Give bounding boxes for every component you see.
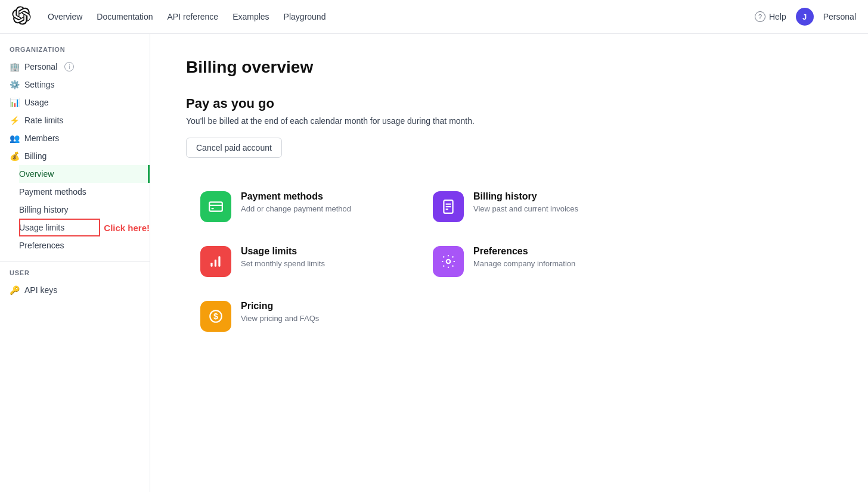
sidebar-item-payment-methods[interactable]: Payment methods [19, 183, 150, 201]
card-usage-limits[interactable]: Usage limits Set monthly spend limits [186, 234, 418, 289]
sidebar-item-billing-history[interactable]: Billing history [19, 201, 150, 219]
sidebar-item-label: Members [24, 133, 59, 143]
billing-sub-menu: Overview Payment methods Billing history… [0, 165, 150, 254]
avatar[interactable]: J [796, 8, 814, 26]
sidebar-sub-label: Billing history [19, 205, 68, 214]
card-desc: Add or change payment method [241, 204, 351, 213]
click-here-label: Click here! [104, 223, 150, 233]
sidebar-sub-label: Overview [19, 169, 54, 179]
card-desc: Manage company information [473, 259, 575, 268]
sidebar-item-members[interactable]: 👥 Members [0, 129, 150, 147]
sidebar-sub-label: Preferences [19, 241, 64, 250]
billing-icon: 💰 [10, 151, 20, 161]
card-desc: View pricing and FAQs [241, 314, 319, 323]
sidebar-item-label: API keys [24, 285, 57, 295]
page-title: Billing overview [186, 58, 832, 77]
sidebar-item-preferences[interactable]: Preferences [19, 236, 150, 254]
nav-api-reference[interactable]: API reference [168, 10, 219, 24]
cancel-paid-account-button[interactable]: Cancel paid account [186, 138, 282, 158]
members-icon: 👥 [10, 133, 20, 143]
info-icon: i [64, 62, 74, 71]
sidebar-item-label: Settings [24, 80, 55, 89]
billing-history-icon [433, 191, 464, 222]
logo[interactable] [12, 6, 31, 27]
sidebar-item-label: Billing [24, 151, 46, 161]
nav-examples[interactable]: Examples [232, 10, 269, 24]
top-navigation: Overview Documentation API reference Exa… [0, 0, 868, 34]
svg-text:$: $ [213, 312, 218, 321]
nav-overview[interactable]: Overview [48, 10, 82, 24]
svg-rect-0 [209, 202, 222, 211]
card-billing-history[interactable]: Billing history View past and current in… [418, 179, 651, 234]
svg-rect-7 [215, 260, 216, 267]
settings-icon: ⚙️ [10, 80, 20, 89]
sidebar-divider [0, 261, 150, 262]
payment-methods-icon [200, 191, 231, 222]
card-pricing[interactable]: $ Pricing View pricing and FAQs [186, 289, 418, 344]
section-desc: You'll be billed at the end of each cale… [186, 116, 832, 126]
sidebar-item-rate-limits[interactable]: ⚡ Rate limits [0, 111, 150, 129]
svg-point-9 [447, 260, 451, 264]
sidebar-item-billing[interactable]: 💰 Billing [0, 147, 150, 165]
main-content: Billing overview Pay as you go You'll be… [150, 34, 868, 492]
card-text: Preferences Manage company information [473, 246, 575, 268]
sidebar-item-label: Rate limits [24, 116, 63, 125]
building-icon: 🏢 [10, 62, 20, 71]
key-icon: 🔑 [10, 285, 20, 295]
sidebar-item-label: Usage [24, 98, 48, 107]
rate-icon: ⚡ [10, 116, 20, 125]
card-desc: View past and current invoices [473, 204, 578, 213]
sidebar-item-settings[interactable]: ⚙️ Settings [0, 76, 150, 94]
sidebar-sub-label: Usage limits [19, 223, 64, 232]
card-text: Pricing View pricing and FAQs [241, 301, 319, 323]
card-title: Pricing [241, 301, 319, 312]
topnav-right: ? Help J Personal [755, 8, 856, 26]
svg-rect-1 [211, 208, 213, 209]
nav-playground[interactable]: Playground [284, 10, 326, 24]
layout: ORGANIZATION 🏢 Personal i ⚙️ Settings 📊 … [0, 34, 868, 492]
card-text: Usage limits Set monthly spend limits [241, 246, 325, 268]
nav-documentation[interactable]: Documentation [97, 10, 153, 24]
sidebar-item-personal[interactable]: 🏢 Personal i [0, 58, 150, 76]
sidebar: ORGANIZATION 🏢 Personal i ⚙️ Settings 📊 … [0, 34, 150, 492]
card-title: Preferences [473, 246, 575, 257]
section-title: Pay as you go [186, 96, 832, 111]
help-button[interactable]: ? Help [755, 11, 786, 22]
card-text: Billing history View past and current in… [473, 191, 578, 213]
preferences-icon [433, 246, 464, 277]
card-preferences[interactable]: Preferences Manage company information [418, 234, 651, 289]
help-label: Help [769, 12, 786, 21]
chart-icon: 📊 [10, 98, 20, 107]
user-section-label: USER [0, 269, 150, 281]
usage-limits-icon [200, 246, 231, 277]
sidebar-item-usage[interactable]: 📊 Usage [0, 94, 150, 111]
card-text: Payment methods Add or change payment me… [241, 191, 351, 213]
org-name: Personal [24, 62, 57, 71]
sidebar-item-usage-limits[interactable]: Usage limits [19, 219, 100, 236]
svg-rect-8 [218, 256, 220, 266]
nav-links: Overview Documentation API reference Exa… [48, 10, 738, 24]
svg-rect-6 [210, 263, 212, 267]
org-section-label: ORGANIZATION [0, 46, 150, 58]
sidebar-sub-label: Payment methods [19, 187, 86, 197]
sidebar-item-api-keys[interactable]: 🔑 API keys [0, 281, 150, 299]
card-desc: Set monthly spend limits [241, 259, 325, 268]
user-label: Personal [823, 12, 856, 21]
sidebar-item-overview[interactable]: Overview [19, 165, 150, 183]
card-payment-methods[interactable]: Payment methods Add or change payment me… [186, 179, 418, 234]
cards-grid: Payment methods Add or change payment me… [186, 179, 651, 344]
card-title: Billing history [473, 191, 578, 202]
card-title: Payment methods [241, 191, 351, 202]
pricing-icon: $ [200, 301, 231, 332]
card-title: Usage limits [241, 246, 325, 257]
help-icon: ? [755, 11, 765, 22]
